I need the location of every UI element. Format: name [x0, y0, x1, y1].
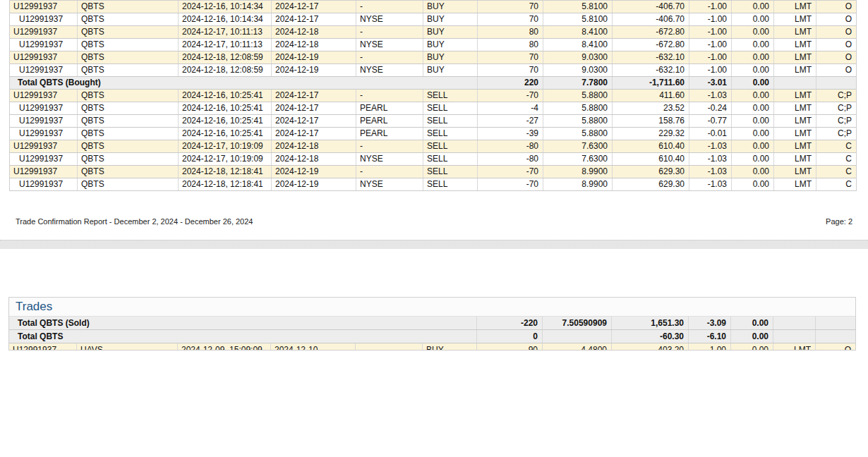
- cell-quantity: -70: [478, 178, 543, 190]
- cell-price: 8.9900: [543, 178, 613, 190]
- cell-price: 5.8100: [543, 1, 613, 13]
- cell-quantity: -220: [477, 317, 543, 329]
- cell-quantity: -70: [478, 90, 543, 102]
- cell-order-type: LMT: [773, 343, 816, 351]
- cell-amount: -632.10: [613, 51, 689, 63]
- cell-account-id: U12991937: [10, 102, 78, 114]
- cell-commission: -1.00: [689, 26, 732, 38]
- cell-account-id: U12991937: [10, 64, 78, 76]
- cell-quantity: 80: [478, 26, 543, 38]
- footer-report-title: Trade Confirmation Report - December 2, …: [16, 217, 253, 226]
- cell-commission: -1.00: [689, 64, 732, 76]
- cell-amount: 23.52: [613, 102, 689, 114]
- cell-fee: 0.00: [732, 166, 774, 178]
- cell-symbol: QBTS: [78, 153, 179, 165]
- cell-account-id: U12991937: [10, 115, 78, 127]
- cell-datetime: 2024-12-16, 10:25:41: [179, 128, 272, 140]
- cell-price: 7.6300: [543, 140, 613, 152]
- cell-buy-sell: BUY: [423, 39, 478, 51]
- cell-amount: -1,711.60: [613, 77, 689, 89]
- cell-settle-date: 2024-12-18: [272, 39, 356, 51]
- table-row: U12991937 QBTS 2024-12-16, 10:25:41 2024…: [10, 128, 856, 140]
- cell-fee: 0.00: [732, 13, 774, 25]
- cell-settle-date: 2024-12-17: [272, 90, 356, 102]
- cell-settle-date: 2024-12-17: [272, 115, 356, 127]
- cell-quantity: -80: [478, 153, 543, 165]
- cell-quantity: 70: [478, 51, 543, 63]
- cell-exchange: -: [356, 90, 423, 102]
- cell-amount: -406.70: [613, 1, 689, 13]
- cell-buy-sell: BUY: [423, 51, 478, 63]
- cell-fee: 0.00: [732, 90, 774, 102]
- cell-symbol: QBTS: [78, 102, 179, 114]
- cell-commission: -0.77: [689, 115, 732, 127]
- cell-order-type: LMT: [774, 115, 816, 127]
- cell-fee: 0.00: [732, 39, 774, 51]
- cell-account-id: U12991937: [10, 140, 78, 152]
- cell-exchange: -: [356, 26, 423, 38]
- cell-account-id: Total QBTS (Bought): [10, 77, 478, 89]
- table-row: U12991937 QBTS 2024-12-16, 10:25:41 2024…: [10, 90, 856, 102]
- cell-amount: -406.70: [613, 13, 689, 25]
- cell-amount: 158.76: [613, 115, 689, 127]
- cell-symbol: QBTS: [78, 26, 179, 38]
- cell-commission: -1.03: [689, 90, 732, 102]
- table-row: U12991937 QBTS 2024-12-16, 10:14:34 2024…: [10, 1, 856, 13]
- cell-account-id: U12991937: [9, 343, 77, 351]
- cell-commission: -1.03: [689, 153, 732, 165]
- cell-datetime: 2024-12-17, 10:19:09: [179, 153, 272, 165]
- table-row: U12991937 QBTS 2024-12-16, 10:25:41 2024…: [10, 102, 856, 115]
- cell-amount: 629.30: [613, 166, 689, 178]
- cell-quantity: 0: [477, 330, 543, 343]
- cell-symbol: UAVS: [77, 343, 178, 351]
- cell-code: [816, 317, 855, 329]
- cell-code: O: [816, 13, 856, 25]
- trades-section-header[interactable]: Trades: [9, 298, 855, 317]
- cell-account-id: U12991937: [10, 51, 78, 63]
- cell-datetime: 2024-12-16, 10:25:41: [179, 102, 272, 114]
- cell-code: O: [816, 343, 855, 351]
- cell-order-type: LMT: [774, 64, 816, 76]
- cell-symbol: QBTS: [78, 178, 179, 190]
- cell-datetime: 2024-12-16, 10:25:41: [179, 90, 272, 102]
- cell-fee: 0.00: [732, 102, 774, 114]
- cell-datetime: 2024-12-16, 10:14:34: [179, 13, 272, 25]
- cell-amount: -672.80: [613, 26, 689, 38]
- cell-exchange: -: [356, 1, 423, 13]
- cell-account-id: Total QBTS (Sold): [9, 317, 477, 329]
- table-row: U12991937 QBTS 2024-12-18, 12:08:59 2024…: [10, 64, 856, 77]
- cell-buy-sell: BUY: [423, 26, 478, 38]
- cell-exchange: NYSE: [356, 153, 423, 165]
- cell-datetime: 2024-12-17, 10:11:13: [179, 39, 272, 51]
- cell-symbol: QBTS: [78, 140, 179, 152]
- cell-order-type: LMT: [774, 13, 816, 25]
- cell-order-type: LMT: [774, 90, 816, 102]
- table-row: U12991937 QBTS 2024-12-17, 10:19:09 2024…: [10, 140, 856, 153]
- cell-exchange: PEARL: [356, 128, 423, 140]
- cell-buy-sell: BUY: [423, 13, 478, 25]
- cell-settle-date: 2024-12-17: [272, 1, 356, 13]
- cell-settle-date: 2024-12-17: [272, 102, 356, 114]
- cell-exchange: NYSE: [356, 64, 423, 76]
- cell-order-type: LMT: [774, 51, 816, 63]
- cell-symbol: QBTS: [78, 90, 179, 102]
- cell-buy-sell: BUY: [423, 343, 477, 351]
- cell-datetime: 2024-12-18, 12:18:41: [179, 166, 272, 178]
- cell-account-id: U12991937: [10, 90, 78, 102]
- cell-price: 8.9900: [543, 166, 613, 178]
- cell-quantity: -70: [478, 166, 543, 178]
- cell-amount: 411.60: [613, 90, 689, 102]
- page-divider-bar: [0, 240, 868, 249]
- cell-amount: -632.10: [613, 64, 689, 76]
- cell-order-type: LMT: [774, 140, 816, 152]
- table-row: U12991937 QBTS 2024-12-17, 10:11:13 2024…: [10, 26, 856, 39]
- cell-symbol: QBTS: [78, 1, 179, 13]
- cell-commission: -1.00: [689, 13, 732, 25]
- cell-commission: -1.03: [689, 140, 732, 152]
- cell-price: 7.7800: [543, 77, 613, 89]
- cell-fee: 0.00: [732, 51, 774, 63]
- cell-account-id: U12991937: [10, 1, 78, 13]
- cell-symbol: QBTS: [78, 51, 179, 63]
- cell-symbol: QBTS: [78, 128, 179, 140]
- cell-fee: 0.00: [732, 153, 774, 165]
